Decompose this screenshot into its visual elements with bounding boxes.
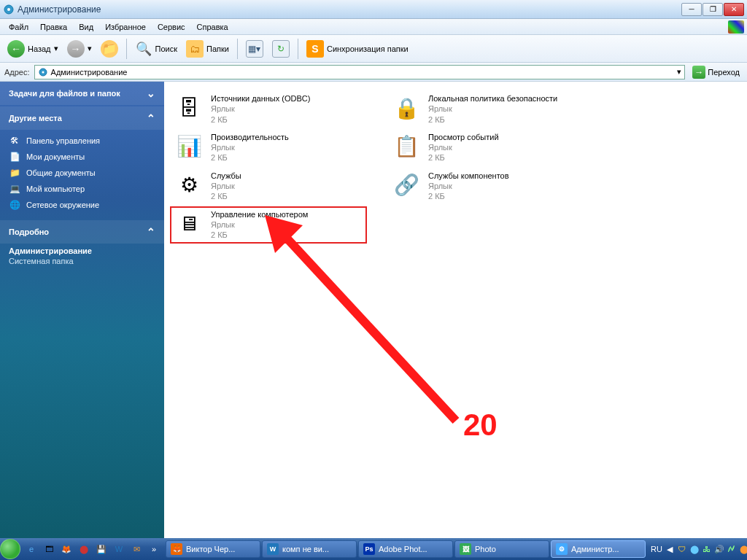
go-button[interactable]: → Переход [689, 65, 743, 79]
sync-label: Синхронизация папки [327, 44, 409, 53]
file-name: Управление компьютером [211, 209, 308, 219]
menu-help[interactable]: Справка [191, 21, 234, 33]
separator [237, 39, 238, 59]
file-item[interactable]: 🖥 Управление компьютером Ярлык 2 КБ [170, 206, 367, 244]
file-item[interactable]: 📋 Просмотр событий Ярлык 2 КБ [387, 129, 584, 166]
file-size: 2 КБ [211, 114, 310, 125]
file-name: Источники данных (ODBC) [211, 93, 310, 104]
system-tray: RU ◀ 🛡 ⬤ 🖧 🔊 🗲 ⬤ 22:45 [646, 544, 747, 554]
file-icon: 🖥 [174, 209, 204, 238]
file-icon: 📋 [392, 132, 421, 161]
file-type: Ярлык [211, 219, 308, 230]
file-item[interactable]: 🔗 Службы компонентов Ярлык 2 КБ [387, 168, 584, 205]
file-size: 2 КБ [428, 191, 509, 201]
menu-file[interactable]: Файл [3, 21, 34, 33]
sidebar-place-item[interactable]: 📄Мои документы [9, 149, 164, 165]
address-input[interactable]: Администрирование ▾ [34, 65, 686, 79]
dropdown-icon[interactable]: ▾ [677, 67, 681, 77]
file-icon: ⚙ [174, 171, 204, 200]
address-value: Администрирование [51, 68, 128, 77]
folders-button[interactable]: 🗂 Папки [183, 39, 232, 59]
address-icon [38, 67, 48, 77]
maximize-button[interactable]: ❐ [703, 3, 723, 16]
tray-network-icon[interactable]: 🖧 [702, 544, 712, 554]
sidebar-place-item[interactable]: 📁Общие документы [9, 165, 164, 181]
app-icon [3, 4, 15, 15]
place-label: Панель управления [26, 136, 100, 145]
dropdown-icon: ▾ [54, 44, 58, 53]
sidebar-place-item[interactable]: 🌐Сетевое окружение [9, 197, 164, 213]
separator [298, 39, 298, 59]
chevron-up-icon: ⌃ [147, 112, 155, 124]
close-button[interactable]: ✕ [724, 3, 744, 16]
tray-lang[interactable]: RU [651, 545, 662, 553]
file-size: 2 КБ [428, 152, 499, 163]
task-icon: W [267, 543, 279, 555]
file-item[interactable]: 🔒 Локальная политика безопасности Ярлык … [387, 90, 584, 128]
sidebar-place-item[interactable]: 🛠Панель управления [9, 133, 164, 149]
window-title: Администрирование [18, 4, 681, 15]
ql-ie-icon[interactable]: e [23, 541, 39, 557]
forward-button[interactable]: → ▾ [64, 39, 95, 59]
views-button[interactable]: ▦▾ [243, 39, 266, 59]
place-label: Мой компьютер [26, 184, 85, 193]
taskbar-task[interactable]: PsAdobe Phot... [358, 540, 453, 558]
search-label: Поиск [155, 44, 177, 53]
start-button[interactable] [0, 538, 20, 560]
taskbar-task[interactable]: ⚙Администр... [551, 540, 646, 558]
task-label: Adobe Phot... [379, 545, 427, 553]
menu-service[interactable]: Сервис [152, 21, 191, 33]
refresh-button[interactable]: ↻ [269, 39, 293, 59]
ql-mail-icon[interactable]: ✉ [128, 541, 144, 557]
task-icon: ⚙ [556, 543, 568, 555]
sidebar-details-header[interactable]: Подробно ⌃ [0, 220, 164, 244]
file-item[interactable]: ⚙ Службы Ярлык 2 КБ [170, 168, 367, 205]
file-type: Ярлык [428, 181, 509, 191]
ql-firefox-icon[interactable]: 🦊 [58, 541, 74, 557]
tray-volume-icon[interactable]: 🔊 [714, 544, 724, 554]
menu-favorites[interactable]: Избранное [99, 21, 152, 33]
place-icon: 🌐 [9, 199, 20, 211]
task-label: комп не ви... [282, 545, 329, 553]
tray-icon[interactable]: ⬤ [739, 544, 747, 554]
separator [126, 39, 127, 59]
ql-app-icon[interactable]: ⬤ [76, 541, 92, 557]
start-orb-icon [0, 539, 20, 559]
sidebar-place-item[interactable]: 💻Мой компьютер [9, 181, 164, 197]
sidebar-tasks-header[interactable]: Задачи для файлов и папок ⌄ [0, 82, 164, 105]
menu-view[interactable]: Вид [73, 21, 99, 33]
file-type: Ярлык [211, 104, 310, 114]
file-size: 2 КБ [211, 191, 241, 201]
place-label: Сетевое окружение [26, 201, 99, 209]
svg-point-3 [42, 71, 44, 73]
taskbar-task[interactable]: 🖼Photo [454, 540, 549, 558]
sidebar-places-header[interactable]: Другие места ⌃ [0, 106, 164, 130]
file-type: Ярлык [211, 142, 289, 152]
place-label: Мои документы [26, 152, 85, 161]
minimize-button[interactable]: ─ [681, 3, 702, 16]
taskbar-task[interactable]: 🦊Виктор Чер... [166, 540, 260, 558]
file-icon: 📊 [174, 132, 204, 161]
taskbar-task[interactable]: Wкомп не ви... [262, 540, 357, 558]
quick-launch: e 🗔 🦊 ⬤ 💾 W ✉ » [20, 541, 165, 557]
search-button[interactable]: 🔍 Поиск [132, 39, 180, 59]
tray-icon[interactable]: ◀ [665, 544, 675, 554]
file-name: Просмотр событий [428, 132, 499, 142]
ql-expand-icon[interactable]: » [146, 541, 162, 557]
file-item[interactable]: 🗄 Источники данных (ODBC) Ярлык 2 КБ [170, 90, 367, 128]
ql-desktop-icon[interactable]: 🗔 [41, 541, 57, 557]
ql-word-icon[interactable]: W [111, 541, 127, 557]
refresh-icon: ↻ [272, 40, 290, 58]
tray-icon[interactable]: ⬤ [689, 544, 700, 554]
up-button[interactable]: 📁 [98, 39, 121, 59]
back-button[interactable]: ← Назад ▾ [4, 39, 61, 59]
menu-edit[interactable]: Правка [34, 21, 73, 33]
file-item[interactable]: 📊 Производительность Ярлык 2 КБ [170, 129, 367, 166]
ql-save-icon[interactable]: 💾 [93, 541, 109, 557]
windows-flag-icon[interactable] [728, 20, 744, 34]
chevron-down-icon: ⌄ [147, 88, 155, 99]
menubar: Файл Правка Вид Избранное Сервис Справка [0, 19, 747, 35]
sync-button[interactable]: S Синхронизация папки [303, 39, 411, 59]
tray-battery-icon[interactable]: 🗲 [727, 544, 737, 554]
tray-shield-icon[interactable]: 🛡 [677, 544, 687, 554]
